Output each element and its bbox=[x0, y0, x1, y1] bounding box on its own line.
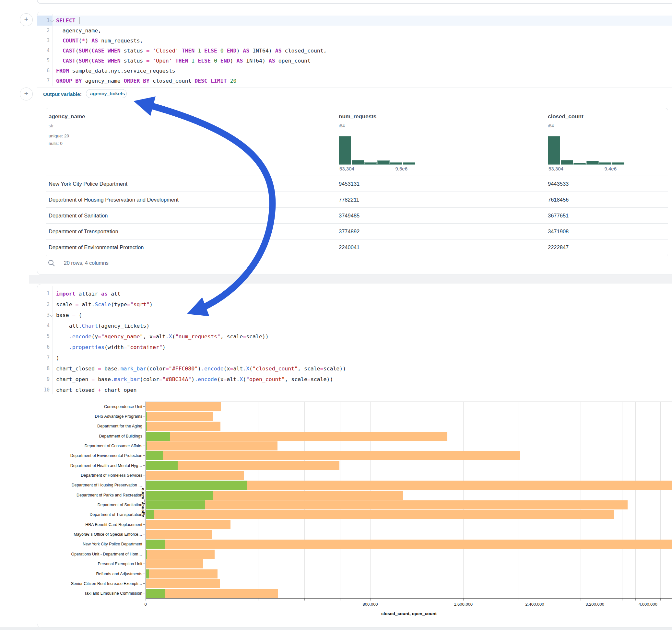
bar-closed-count bbox=[146, 510, 614, 519]
table-row[interactable]: Department of Transportation377489234719… bbox=[46, 223, 668, 240]
y-axis-label: Department of Transportation bbox=[48, 510, 142, 519]
bar-closed-count bbox=[146, 570, 217, 579]
y-axis-label: Department of Environmental Protection bbox=[48, 451, 142, 461]
y-axis-label: Correspondence Unit bbox=[48, 402, 142, 412]
code-line[interactable]: GROUP BY agency_name ORDER BY closed_cou… bbox=[56, 76, 236, 86]
column-header[interactable]: num_requests bbox=[339, 114, 376, 120]
code-line[interactable]: .encode(y="agency_name", x=alt.X("num_re… bbox=[56, 331, 269, 341]
code-line[interactable]: SELECT bbox=[56, 16, 79, 26]
code-line[interactable]: .properties(width="container") bbox=[56, 342, 166, 352]
line-number: 2 bbox=[37, 299, 50, 310]
line-number: 10 bbox=[37, 385, 50, 395]
y-axis-label: Department of Buildings bbox=[48, 431, 142, 441]
column-stat: unique: 20 bbox=[49, 134, 69, 138]
fold-chevron-icon[interactable] bbox=[50, 313, 54, 317]
column-header[interactable]: agency_name bbox=[49, 114, 85, 120]
code-line[interactable]: COUNT(*) AS num_requests, bbox=[56, 35, 143, 46]
code-line[interactable]: CAST(SUM(CASE WHEN status = 'Closed' THE… bbox=[56, 46, 327, 56]
code-line[interactable]: CAST(SUM(CASE WHEN status = 'Open' THEN … bbox=[56, 56, 311, 66]
table-row[interactable]: Department of Environmental Protection22… bbox=[46, 239, 668, 256]
y-axis-label: Senior Citizen Rent Increase Exempti… bbox=[48, 579, 142, 588]
y-tick bbox=[143, 445, 145, 446]
plot-top-border bbox=[146, 402, 672, 402]
x-axis-label: 1,600,000 bbox=[454, 602, 473, 607]
line-number: 6 bbox=[37, 66, 50, 76]
y-axis-label: New York City Police Department bbox=[48, 539, 142, 549]
bar-closed-count bbox=[146, 471, 244, 480]
bar-closed-count bbox=[146, 441, 278, 451]
y-tick bbox=[143, 583, 145, 584]
inter-cell-gap bbox=[29, 275, 672, 284]
previous-cell-bottom-edge bbox=[37, 0, 672, 4]
bar-open-count bbox=[146, 510, 154, 519]
y-axis-title: agency_name bbox=[140, 449, 145, 556]
line-number: 7 bbox=[37, 76, 50, 86]
x-tick bbox=[551, 599, 551, 601]
table-row[interactable]: Department of Sanitation37494853677651 bbox=[46, 208, 668, 224]
y-axis-label: Department of Homeless Services bbox=[48, 470, 142, 480]
x-tick bbox=[595, 599, 595, 601]
code-line[interactable]: alt.Chart(agency_tickets) bbox=[56, 320, 149, 331]
sql-cell[interactable]: 1SELECT 2 agency_name,3 COUNT(*) AS num_… bbox=[37, 12, 672, 275]
code-line[interactable]: chart_closed = base.mark_bar(color="#FFC… bbox=[56, 363, 346, 373]
line-number: 3 bbox=[37, 310, 50, 320]
x-tick bbox=[609, 599, 609, 601]
histogram-bar bbox=[573, 163, 586, 165]
x-tick bbox=[443, 599, 443, 601]
table-row[interactable]: New York City Police Department945313194… bbox=[46, 176, 668, 192]
column-stat: nulls: 0 bbox=[49, 141, 63, 146]
output-variable-pill[interactable]: agency_tickets bbox=[86, 89, 127, 98]
x-tick bbox=[648, 599, 648, 601]
code-line[interactable]: chart_closed + chart_open bbox=[56, 385, 137, 395]
code-line[interactable]: ) bbox=[56, 353, 59, 363]
table-row[interactable]: Department of Housing Preservation and D… bbox=[46, 192, 668, 208]
x-axis-label: 2,400,000 bbox=[526, 602, 544, 607]
table-cell: New York City Police Department bbox=[49, 176, 127, 192]
x-tick bbox=[370, 599, 370, 601]
table-cell: 3774892 bbox=[339, 224, 360, 240]
gridline bbox=[535, 402, 535, 598]
table-cell: 9443533 bbox=[548, 176, 569, 192]
bar-closed-count bbox=[146, 451, 520, 460]
y-tick bbox=[143, 406, 145, 407]
histogram-bar bbox=[586, 161, 599, 165]
bar-closed-count bbox=[146, 412, 213, 421]
code-line[interactable]: scale = alt.Scale(type="sqrt") bbox=[56, 299, 153, 309]
search-icon[interactable] bbox=[48, 259, 55, 267]
code-line[interactable]: base = ( bbox=[56, 310, 82, 320]
column-header[interactable]: closed_count bbox=[548, 114, 583, 120]
python-cell[interactable]: 1import altair as alt2scale = alt.Scale(… bbox=[37, 284, 672, 627]
bar-closed-count bbox=[146, 520, 231, 529]
x-axis-label: 3,200,000 bbox=[585, 602, 604, 607]
histogram-bar bbox=[599, 162, 611, 165]
histogram-bar bbox=[612, 162, 624, 165]
code-line[interactable]: chart_open = base.mark_bar(color="#8BC34… bbox=[56, 374, 333, 384]
y-tick bbox=[143, 416, 145, 416]
code-line[interactable]: agency_name, bbox=[56, 26, 101, 35]
column-dtype: i64 bbox=[548, 123, 554, 128]
y-axis-label: DHS Advantage Programs bbox=[48, 412, 142, 421]
bar-open-count bbox=[146, 481, 247, 490]
code-line[interactable]: FROM sample_data.nyc.service_requests bbox=[56, 66, 175, 76]
bar-open-count bbox=[146, 441, 147, 451]
table-cell: Department of Environmental Protection bbox=[49, 240, 144, 256]
text-cursor bbox=[79, 17, 79, 24]
line-number: 1 bbox=[37, 288, 50, 299]
line-number: 7 bbox=[37, 353, 50, 363]
gridline bbox=[501, 402, 501, 598]
x-tick bbox=[397, 599, 397, 601]
table-cell: 7782211 bbox=[339, 192, 359, 208]
gridline bbox=[518, 402, 518, 598]
column-histogram bbox=[339, 136, 415, 165]
bar-closed-count bbox=[146, 579, 220, 588]
add-cell-button-top[interactable]: + bbox=[20, 13, 33, 26]
line-number: 4 bbox=[37, 320, 50, 331]
x-axis-label: 0 bbox=[144, 602, 146, 607]
bar-closed-count bbox=[146, 432, 447, 441]
y-axis-label: Department of Housing Preservation … bbox=[48, 480, 142, 490]
x-tick bbox=[581, 599, 581, 601]
x-axis-label: 800,000 bbox=[363, 602, 378, 607]
code-line[interactable]: import altair as alt bbox=[56, 288, 121, 298]
add-cell-button-output[interactable]: + bbox=[20, 88, 33, 100]
gridline bbox=[483, 402, 483, 598]
